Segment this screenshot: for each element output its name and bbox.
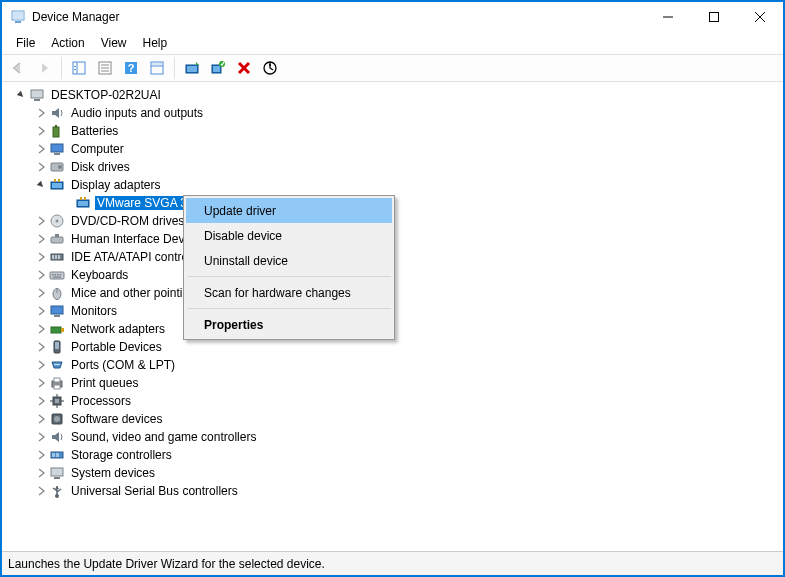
chevron-right-icon[interactable]	[34, 430, 48, 444]
svg-rect-21	[187, 66, 197, 72]
tree-label: Ports (COM & LPT)	[69, 358, 177, 372]
tree-category-printq[interactable]: Print queues	[4, 374, 781, 392]
svg-rect-43	[84, 197, 86, 200]
minimize-button[interactable]	[645, 2, 691, 32]
tree-label: Print queues	[69, 376, 140, 390]
tree-label: DESKTOP-02R2UAI	[49, 88, 163, 102]
tree-category-display[interactable]: Display adapters	[4, 176, 781, 194]
chevron-right-icon[interactable]	[34, 340, 48, 354]
display-adapter-icon	[75, 195, 91, 211]
svg-rect-62	[51, 327, 61, 333]
disable-device-button[interactable]	[258, 57, 282, 79]
chevron-right-icon[interactable]	[34, 232, 48, 246]
window-title: Device Manager	[32, 10, 119, 24]
menu-file[interactable]: File	[8, 34, 43, 52]
svg-rect-42	[80, 197, 82, 200]
software-device-icon	[49, 411, 65, 427]
svg-rect-32	[51, 144, 63, 152]
svg-rect-30	[53, 127, 59, 137]
svg-rect-1	[13, 12, 23, 19]
chevron-right-icon[interactable]	[34, 466, 48, 480]
svg-rect-60	[51, 306, 63, 314]
chevron-right-icon[interactable]	[34, 124, 48, 138]
chevron-right-icon[interactable]	[34, 412, 48, 426]
tree-category-software[interactable]: Software devices	[4, 410, 781, 428]
context-properties[interactable]: Properties	[186, 312, 392, 337]
chevron-right-icon[interactable]	[34, 358, 48, 372]
chevron-right-icon[interactable]	[34, 376, 48, 390]
tree-category-sound[interactable]: Sound, video and game controllers	[4, 428, 781, 446]
no-expander	[60, 196, 74, 210]
chevron-right-icon[interactable]	[34, 322, 48, 336]
svg-rect-71	[54, 385, 60, 389]
processor-icon	[49, 393, 65, 409]
chevron-down-icon[interactable]	[34, 178, 48, 192]
tree-label: Monitors	[69, 304, 119, 318]
storage-controller-icon	[49, 447, 65, 463]
tree-label: Network adapters	[69, 322, 167, 336]
svg-rect-63	[61, 328, 64, 332]
context-uninstall-device[interactable]: Uninstall device	[186, 248, 392, 273]
chevron-right-icon[interactable]	[34, 142, 48, 156]
menu-view[interactable]: View	[93, 34, 135, 52]
maximize-button[interactable]	[691, 2, 737, 32]
tree-category-system[interactable]: System devices	[4, 464, 781, 482]
svg-rect-46	[51, 237, 63, 243]
menu-help[interactable]: Help	[135, 34, 176, 52]
tree-category-usb[interactable]: Universal Serial Bus controllers	[4, 482, 781, 500]
device-tree[interactable]: DESKTOP-02R2UAI Audio inputs and outputs…	[2, 82, 783, 551]
help-button[interactable]: ?	[119, 57, 143, 79]
tree-category-storage[interactable]: Storage controllers	[4, 446, 781, 464]
menu-action[interactable]: Action	[43, 34, 92, 52]
chevron-right-icon[interactable]	[34, 160, 48, 174]
back-button[interactable]	[6, 57, 30, 79]
context-scan-hardware[interactable]: Scan for hardware changes	[186, 280, 392, 305]
scan-hardware-button[interactable]	[206, 57, 230, 79]
context-update-driver[interactable]: Update driver	[186, 198, 392, 223]
svg-rect-7	[73, 62, 85, 74]
close-button[interactable]	[737, 2, 783, 32]
svg-rect-57	[53, 277, 61, 278]
chevron-right-icon[interactable]	[34, 286, 48, 300]
chevron-right-icon[interactable]	[34, 268, 48, 282]
tree-category-batteries[interactable]: Batteries	[4, 122, 781, 140]
chevron-right-icon[interactable]	[34, 214, 48, 228]
context-disable-device[interactable]: Disable device	[186, 223, 392, 248]
uninstall-device-button[interactable]	[232, 57, 256, 79]
chevron-right-icon[interactable]	[34, 250, 48, 264]
tree-category-computer[interactable]: Computer	[4, 140, 781, 158]
tree-label: Disk drives	[69, 160, 132, 174]
context-separator	[187, 308, 391, 309]
tree-category-portable[interactable]: Portable Devices	[4, 338, 781, 356]
tree-category-ports[interactable]: Ports (COM & LPT)	[4, 356, 781, 374]
chevron-right-icon[interactable]	[34, 448, 48, 462]
status-text: Launches the Update Driver Wizard for th…	[8, 557, 325, 571]
forward-button[interactable]	[32, 57, 56, 79]
update-driver-button[interactable]	[180, 57, 204, 79]
tree-category-audio[interactable]: Audio inputs and outputs	[4, 104, 781, 122]
tree-root[interactable]: DESKTOP-02R2UAI	[4, 86, 781, 104]
tree-label: DVD/CD-ROM drives	[69, 214, 186, 228]
svg-rect-81	[52, 453, 55, 457]
keyboard-icon	[49, 267, 65, 283]
chevron-down-icon[interactable]	[14, 88, 28, 102]
svg-rect-50	[55, 255, 57, 259]
tree-label: Display adapters	[69, 178, 162, 192]
tree-category-processors[interactable]: Processors	[4, 392, 781, 410]
svg-point-79	[54, 416, 60, 422]
chevron-right-icon[interactable]	[34, 106, 48, 120]
chevron-right-icon[interactable]	[34, 304, 48, 318]
properties-button[interactable]	[93, 57, 117, 79]
chevron-right-icon[interactable]	[34, 484, 48, 498]
monitor-icon	[49, 141, 65, 157]
action-center-button[interactable]	[145, 57, 169, 79]
tree-label: Keyboards	[69, 268, 130, 282]
tree-category-disk[interactable]: Disk drives	[4, 158, 781, 176]
svg-rect-9	[74, 66, 76, 67]
tree-label: Sound, video and game controllers	[69, 430, 258, 444]
show-hide-console-tree-button[interactable]	[67, 57, 91, 79]
chevron-right-icon[interactable]	[34, 394, 48, 408]
system-device-icon	[49, 465, 65, 481]
svg-rect-82	[56, 453, 59, 457]
tree-label: Batteries	[69, 124, 120, 138]
